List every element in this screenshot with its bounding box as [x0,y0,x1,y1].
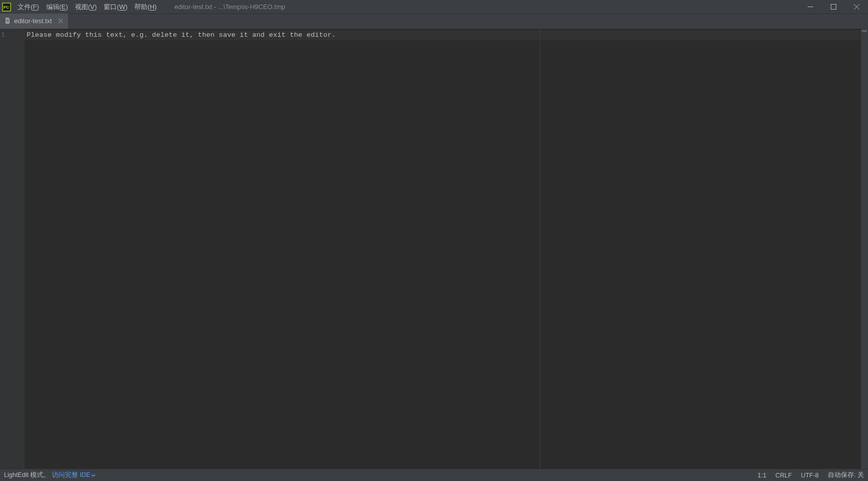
window-title: editor-test.txt - ...\Temp\is-H9CEO.tmp [174,3,285,11]
window-controls [799,0,868,14]
menu-view[interactable]: 视图(V) [71,0,100,14]
chevron-down-icon [91,473,96,477]
menu-label: 编辑(E) [46,3,68,12]
editor-line-text: Please modify this text, e.g. delete it,… [27,31,336,39]
statusbar-right: 1:1 CRLF UTF-8 自动保存: 关 [758,471,864,479]
editor-area: 1 Please modify this text, e.g. delete i… [0,29,868,469]
menu-label: 帮助(H) [134,3,156,12]
editor-viewport[interactable]: Please modify this text, e.g. delete it,… [24,29,868,469]
menu-label: 视图(V) [75,3,97,12]
autosave-status[interactable]: 自动保存: 关 [828,471,864,479]
tab-label: editor-test.txt [14,17,52,25]
menu-file[interactable]: 文件(F) [14,0,43,14]
tab-close-button[interactable] [57,17,64,24]
statusbar-left: LightEdit 模式。 访问完整 IDE [4,471,96,479]
menu-label: 窗口(W) [104,3,127,12]
menu-edit[interactable]: 编辑(E) [43,0,71,14]
menu-help[interactable]: 帮助(H) [131,0,160,14]
gutter-line-number: 1 [1,31,24,39]
window-close-button[interactable] [845,0,868,14]
menu-window[interactable]: 窗口(W) [100,0,131,14]
right-margin-guide [540,29,540,469]
window-maximize-button[interactable] [822,0,845,14]
svg-rect-4 [831,5,836,10]
open-full-ide-link-text: 访问完整 IDE [52,471,90,479]
tab-active[interactable]: editor-test.txt [0,14,68,29]
menu-label: 文件(F) [18,3,39,12]
editor-gutter[interactable]: 1 [0,29,24,469]
scroll-marker [862,30,867,32]
window-minimize-button[interactable] [799,0,822,14]
app-icon: PC [2,3,11,12]
svg-text:PC: PC [4,5,9,10]
editor-scrollbar[interactable] [861,29,868,469]
file-encoding[interactable]: UTF-8 [801,472,819,479]
tabbar: editor-test.txt [0,14,868,29]
statusbar: LightEdit 模式。 访问完整 IDE 1:1 CRLF UTF-8 自动… [0,469,868,481]
file-text-icon [4,17,11,24]
lightedit-mode-label: LightEdit 模式。 [4,471,50,479]
titlebar: PC 文件(F) 编辑(E) 视图(V) 窗口(W) 帮助(H) editor-… [0,0,868,14]
menubar: 文件(F) 编辑(E) 视图(V) 窗口(W) 帮助(H) [14,0,160,14]
open-full-ide-link[interactable]: 访问完整 IDE [52,471,96,479]
cursor-position[interactable]: 1:1 [758,472,766,479]
line-separator[interactable]: CRLF [775,472,792,479]
